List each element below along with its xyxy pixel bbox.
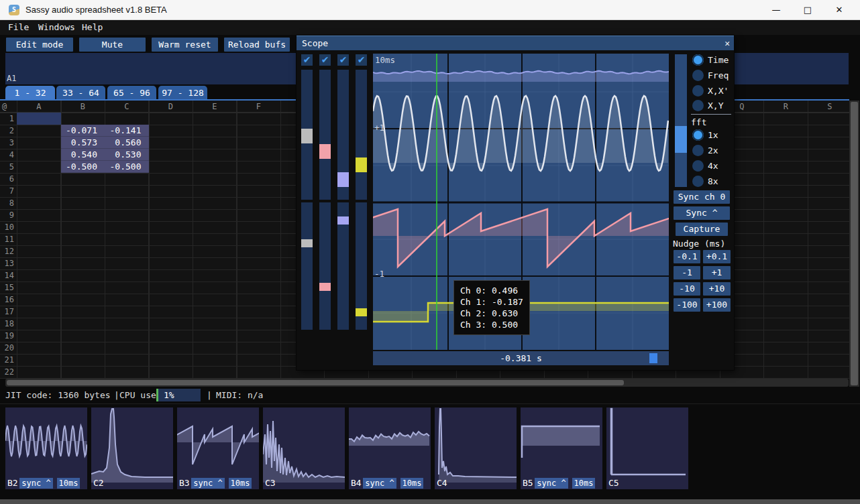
close-icon[interactable]: ✕ bbox=[724, 38, 730, 48]
warm-reset-button[interactable]: Warm reset bbox=[152, 38, 218, 52]
cell-C3[interactable]: 0.560 bbox=[105, 137, 149, 149]
nudge-+0.1-button[interactable]: +0.1 bbox=[703, 250, 731, 263]
row-header-19: 19 bbox=[0, 330, 14, 342]
channel-3-scale-handle[interactable] bbox=[356, 158, 367, 172]
channel-1-checkbox[interactable]: ✔ bbox=[319, 54, 331, 66]
nudge-+1-button[interactable]: +1 bbox=[703, 266, 731, 279]
buffer-thumbnail-C4[interactable]: C4 bbox=[435, 407, 517, 489]
reload-bufs-button[interactable]: Reload bufs bbox=[224, 38, 290, 52]
nudge--1-button[interactable]: -1 bbox=[674, 266, 700, 279]
buffer-thumbnail-C3[interactable]: C3 bbox=[263, 407, 345, 489]
cell-B4[interactable]: 0.540 bbox=[61, 149, 105, 161]
mode-radio-XX[interactable] bbox=[692, 85, 704, 97]
channel-3-offset-slider[interactable] bbox=[356, 202, 367, 330]
close-icon[interactable]: ✕ bbox=[824, 0, 855, 20]
menu-file[interactable]: File bbox=[8, 22, 29, 32]
channel-3-offset-handle[interactable] bbox=[356, 308, 367, 316]
fft-radio-1x[interactable] bbox=[692, 129, 704, 141]
cpu-label: CPU use bbox=[119, 390, 156, 400]
mode-label-XY: X,Y bbox=[708, 101, 723, 111]
mute-button[interactable]: Mute bbox=[79, 38, 146, 52]
channel-1-scale-slider[interactable] bbox=[319, 70, 331, 200]
channel-1-offset-handle[interactable] bbox=[319, 283, 331, 291]
cell-B3[interactable]: 0.573 bbox=[61, 137, 105, 149]
buffer-thumbnail-B3[interactable]: B3sync ^10ms bbox=[177, 407, 259, 489]
edit-mode-button[interactable]: Edit mode bbox=[6, 38, 73, 52]
row-header-9: 9 bbox=[0, 209, 14, 221]
channel-0-scale-handle[interactable] bbox=[301, 129, 313, 143]
maximize-icon[interactable]: □ bbox=[792, 0, 823, 20]
channel-2-offset-slider[interactable] bbox=[337, 202, 349, 330]
zoom-slider[interactable] bbox=[675, 54, 687, 187]
nudge-+100-button[interactable]: +100 bbox=[703, 298, 731, 312]
channel-2-scale-slider[interactable] bbox=[337, 70, 349, 200]
cpu-meter: 1% bbox=[156, 389, 201, 401]
vertical-scrollbar-thumb[interactable] bbox=[851, 102, 858, 385]
channel-0-offset-slider[interactable] bbox=[301, 202, 313, 330]
column-header-A: A bbox=[17, 101, 61, 113]
tab-1-32[interactable]: 1 - 32 bbox=[5, 86, 55, 100]
cell-C5[interactable]: -0.500 bbox=[105, 161, 149, 173]
tab-33-64[interactable]: 33 - 64 bbox=[56, 86, 105, 100]
tab-65-96[interactable]: 65 - 96 bbox=[107, 86, 156, 100]
column-header-E: E bbox=[193, 101, 237, 113]
tab-97-128[interactable]: 97 - 128 bbox=[158, 86, 207, 100]
nudge--0.1-button[interactable]: -0.1 bbox=[674, 250, 700, 263]
buffer-thumbnail-B2[interactable]: B2sync ^10ms bbox=[5, 407, 87, 489]
row-header-17: 17 bbox=[0, 306, 14, 318]
fft-radio-2x[interactable] bbox=[692, 145, 704, 156]
thumbnail-10ms-button-B3[interactable]: 10ms bbox=[229, 478, 252, 489]
thumbnail-sync-button-B4[interactable]: sync ^ bbox=[363, 478, 396, 489]
mode-radio-XY[interactable] bbox=[692, 100, 704, 111]
capture-button[interactable]: Capture bbox=[676, 223, 728, 236]
buffer-thumbnail-B5[interactable]: B5sync ^10ms bbox=[521, 407, 602, 489]
channel-0-offset-handle[interactable] bbox=[301, 239, 313, 247]
fft-radio-8x[interactable] bbox=[692, 176, 704, 187]
sync-ch0-button[interactable]: Sync ch 0 bbox=[674, 190, 730, 204]
menu-help[interactable]: Help bbox=[82, 22, 103, 32]
selected-cell[interactable] bbox=[17, 113, 61, 125]
cell-C2[interactable]: -0.141 bbox=[105, 125, 149, 137]
channel-2-offset-handle[interactable] bbox=[337, 216, 349, 225]
channel-0-scale-slider[interactable] bbox=[301, 70, 313, 200]
separator-line bbox=[691, 114, 731, 115]
channel-2-scale-handle[interactable] bbox=[337, 172, 349, 187]
buffer-thumbnail-C5[interactable]: C5 bbox=[606, 407, 688, 489]
thumbnail-sync-button-B2[interactable]: sync ^ bbox=[19, 478, 53, 489]
scope-time-scrollbar[interactable]: -0.381 s bbox=[373, 351, 669, 365]
mode-radio-Time[interactable] bbox=[692, 54, 704, 66]
nudge--10-button[interactable]: -10 bbox=[674, 282, 700, 296]
horizontal-scrollbar[interactable] bbox=[5, 379, 849, 387]
thumbnail-10ms-button-B5[interactable]: 10ms bbox=[572, 478, 595, 489]
channel-1-offset-slider[interactable] bbox=[319, 202, 331, 330]
channel-3-scale-slider[interactable] bbox=[356, 70, 367, 200]
thumbnail-10ms-button-B4[interactable]: 10ms bbox=[400, 478, 423, 489]
horizontal-scrollbar-thumb[interactable] bbox=[7, 380, 624, 385]
fft-label-1x: 1x bbox=[708, 130, 718, 140]
sync-up-button[interactable]: Sync ^ bbox=[674, 206, 730, 220]
scope-scrollbar-thumb[interactable] bbox=[649, 353, 657, 363]
nudge-+10-button[interactable]: +10 bbox=[703, 282, 731, 296]
buffer-thumbnail-C2[interactable]: C2 bbox=[91, 407, 173, 489]
channel-2-checkbox[interactable]: ✔ bbox=[337, 54, 349, 66]
thumbnail-sync-button-B3[interactable]: sync ^ bbox=[191, 478, 225, 489]
thumbnail-sync-button-B5[interactable]: sync ^ bbox=[535, 478, 568, 489]
mode-radio-Freq[interactable] bbox=[692, 70, 704, 81]
menu-windows[interactable]: Windows bbox=[38, 22, 75, 32]
cell-B2[interactable]: -0.071 bbox=[61, 125, 105, 137]
cell-C4[interactable]: 0.530 bbox=[105, 149, 149, 161]
nudge--100-button[interactable]: -100 bbox=[674, 298, 700, 312]
channel-3-checkbox[interactable]: ✔ bbox=[356, 54, 367, 66]
thumbnail-label-C2: C2 bbox=[93, 478, 104, 488]
cell-B5[interactable]: -0.500 bbox=[61, 161, 105, 173]
thumbnail-10ms-button-B2[interactable]: 10ms bbox=[57, 478, 80, 489]
axis-plus-one: +1 bbox=[374, 123, 384, 133]
buffer-thumbnail-B4[interactable]: B4sync ^10ms bbox=[349, 407, 431, 489]
minimize-icon[interactable]: — bbox=[761, 0, 792, 20]
vertical-scrollbar[interactable] bbox=[849, 101, 859, 387]
scope-titlebar[interactable]: Scope ✕ bbox=[297, 36, 734, 50]
channel-1-scale-handle[interactable] bbox=[319, 144, 331, 159]
fft-radio-4x[interactable] bbox=[692, 160, 704, 172]
zoom-slider-handle[interactable] bbox=[675, 126, 687, 153]
channel-0-checkbox[interactable]: ✔ bbox=[301, 54, 313, 66]
